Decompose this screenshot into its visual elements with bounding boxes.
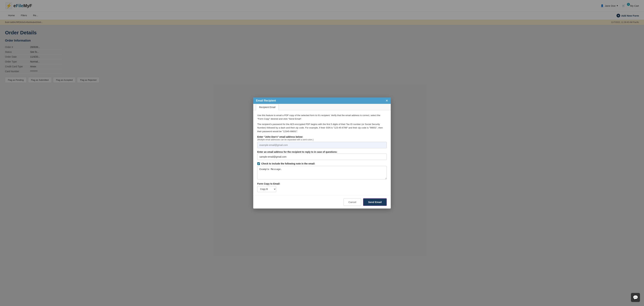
chat-icon: 💬 xyxy=(633,295,638,300)
email-field-label: Enter "John Doe's" email address below: xyxy=(257,136,387,138)
tab-recipient-email[interactable]: Recipient Email xyxy=(256,104,278,110)
send-email-button[interactable]: Send Email xyxy=(363,198,387,206)
recipient-email-input[interactable] xyxy=(257,142,387,148)
chat-button[interactable]: 💬 xyxy=(631,293,640,302)
include-note-checkbox[interactable] xyxy=(257,162,260,165)
modal-description-1: Use this feature to email a PDF copy of … xyxy=(257,114,387,121)
email-field-sublabel: (Multiple email addresses can be separat… xyxy=(257,139,387,141)
cancel-button[interactable]: Cancel xyxy=(344,198,361,206)
modal-close-button[interactable]: ✕ xyxy=(386,99,388,102)
reply-email-label: Enter an email address for the recipient… xyxy=(257,151,387,153)
checkbox-label: Check to include the following note in t… xyxy=(261,162,315,165)
modal-footer: Cancel Send Email xyxy=(253,195,391,208)
reply-email-input[interactable] xyxy=(257,153,387,160)
form-copy-row: Form Copy to Email: Copy BCopy ACopy C xyxy=(257,182,387,192)
reply-email-field-group: Enter an email address for the recipient… xyxy=(257,151,387,160)
modal-description-2: The recipient's password for the AES-enc… xyxy=(257,123,387,133)
email-recipient-modal: Email Recipient ✕ Recipient Email Use th… xyxy=(253,98,391,209)
checkbox-row: Check to include the following note in t… xyxy=(257,162,387,165)
modal-header: Email Recipient ✕ xyxy=(253,98,391,104)
modal-body: Use this feature to email a PDF copy of … xyxy=(253,110,391,196)
modal-overlay[interactable]: Email Recipient ✕ Recipient Email Use th… xyxy=(0,0,644,306)
form-copy-select[interactable]: Copy BCopy ACopy C xyxy=(257,186,276,192)
form-copy-label: Form Copy to Email: xyxy=(257,182,387,185)
email-field-group: Enter "John Doe's" email address below: … xyxy=(257,136,387,148)
note-textarea[interactable] xyxy=(257,166,387,179)
modal-tabs: Recipient Email xyxy=(253,104,391,110)
modal-title: Email Recipient xyxy=(256,99,276,102)
